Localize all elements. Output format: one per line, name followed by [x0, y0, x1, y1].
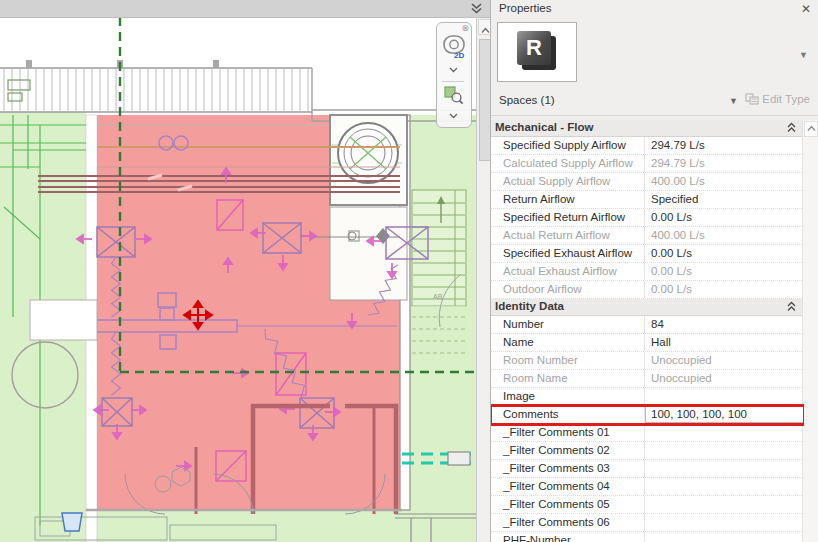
property-label: Comments: [491, 406, 644, 423]
selection-filter[interactable]: Spaces (1): [499, 94, 555, 106]
property-value: 0.00 L/s: [644, 263, 804, 280]
property-row: Room NumberUnoccupied: [491, 352, 804, 370]
zoom-tool-icon[interactable]: [444, 85, 464, 105]
property-grid: Mechanical - FlowSpecified Supply Airflo…: [491, 120, 804, 542]
stair-run-label: AB: [433, 293, 443, 300]
property-value[interactable]: [644, 442, 804, 459]
selected-space-hall[interactable]: [97, 115, 330, 510]
scrollbar-thumb[interactable]: [479, 39, 490, 161]
zoom-menu-chevron-icon[interactable]: [449, 113, 458, 119]
property-row: _Filter Comments 02: [491, 442, 804, 460]
wheel-menu-chevron-icon[interactable]: [449, 67, 458, 73]
property-row: Number84: [491, 316, 804, 334]
property-value: 0.00 L/s: [644, 281, 804, 298]
property-label: Name: [491, 334, 644, 351]
section-header[interactable]: Identity Data: [491, 299, 804, 316]
property-value[interactable]: [644, 460, 804, 477]
property-label: Room Name: [491, 370, 644, 387]
property-value[interactable]: 294.79 L/s: [644, 137, 804, 154]
property-value[interactable]: 84: [644, 316, 804, 333]
property-label: _Filter Comments 04: [491, 478, 644, 495]
property-value[interactable]: Specified: [644, 191, 804, 208]
revit-logo-icon: R: [515, 29, 559, 73]
property-value[interactable]: 100, 100, 100, 100: [644, 406, 804, 423]
property-label: _Filter Comments 03: [491, 460, 644, 477]
navigation-bar: ⊗ 2D: [436, 22, 472, 128]
property-label: Specified Return Airflow: [491, 209, 644, 226]
property-label: Outdoor Airflow: [491, 281, 644, 298]
property-row: _Filter Comments 04: [491, 478, 804, 496]
property-value: 400.00 L/s: [644, 227, 804, 244]
floor-plan: AB: [0, 17, 476, 542]
property-row: Specified Supply Airflow294.79 L/s: [491, 137, 804, 155]
property-row: Actual Supply Airflow400.00 L/s: [491, 173, 804, 191]
drawing-viewport[interactable]: AB: [0, 0, 490, 542]
property-value[interactable]: 0.00 L/s: [644, 245, 804, 262]
property-value[interactable]: [644, 388, 804, 405]
collapse-icon[interactable]: [787, 122, 796, 135]
property-value[interactable]: Hall: [644, 334, 804, 351]
collapse-icon[interactable]: [787, 301, 796, 314]
property-row: Actual Exhaust Airflow0.00 L/s: [491, 263, 804, 281]
property-label: Actual Return Airflow: [491, 227, 644, 244]
property-label: Return Airflow: [491, 191, 644, 208]
property-label: _Filter Comments 06: [491, 514, 644, 531]
property-value[interactable]: [644, 424, 804, 441]
property-row: _Filter Comments 06: [491, 514, 804, 532]
panel-title: Properties: [499, 2, 551, 14]
collapse-down-icon[interactable]: [471, 3, 482, 14]
property-row: Outdoor Airflow0.00 L/s: [491, 281, 804, 299]
scroll-up-button[interactable]: [478, 19, 490, 35]
property-value: Unoccupied: [644, 352, 804, 369]
property-value: 400.00 L/s: [644, 173, 804, 190]
property-row: Actual Return Airflow400.00 L/s: [491, 227, 804, 245]
properties-panel: Properties ✕ R ▼ Spaces (1) ▼ Edit Type …: [490, 0, 818, 542]
property-row: _Filter Comments 03: [491, 460, 804, 478]
property-row: Room NameUnoccupied: [491, 370, 804, 388]
space-bottom[interactable]: [86, 510, 402, 542]
property-row: NameHall: [491, 334, 804, 352]
property-label: Calculated Supply Airflow: [491, 155, 644, 172]
close-icon[interactable]: ✕: [801, 2, 811, 16]
property-value[interactable]: [644, 478, 804, 495]
property-value[interactable]: [644, 514, 804, 531]
type-selector-preview[interactable]: R: [497, 22, 577, 82]
navbar-divider: [442, 81, 464, 82]
property-label: Image: [491, 388, 644, 405]
section-header[interactable]: Mechanical - Flow: [491, 120, 804, 137]
selected-space-hall-lower[interactable]: [330, 283, 402, 510]
scroll-up-button[interactable]: [804, 121, 818, 137]
property-row: Comments100, 100, 100, 100: [491, 406, 804, 424]
property-label: _Filter Comments 01: [491, 424, 644, 441]
property-row: _Filter Comments 01: [491, 424, 804, 442]
property-row: Return AirflowSpecified: [491, 191, 804, 209]
property-label: Specified Exhaust Airflow: [491, 245, 644, 262]
panel-scrollbar[interactable]: [802, 120, 818, 542]
edit-type-icon: [745, 93, 759, 105]
property-value[interactable]: [644, 532, 804, 542]
property-label: Room Number: [491, 352, 644, 369]
property-label: _Filter Comments 05: [491, 496, 644, 513]
property-label: Actual Exhaust Airflow: [491, 263, 644, 280]
property-value[interactable]: 0.00 L/s: [644, 209, 804, 226]
panel-header: Properties ✕: [491, 0, 818, 18]
selection-chevron-icon[interactable]: ▼: [729, 96, 738, 106]
property-row: Specified Exhaust Airflow0.00 L/s: [491, 245, 804, 263]
stairs: AB: [412, 190, 466, 358]
revit-window: { "panel": { "title": "Properties", "clo…: [0, 0, 818, 542]
element-selector-row: Spaces (1) ▼ Edit Type: [491, 90, 818, 116]
navbar-close-icon[interactable]: ⊗: [461, 24, 469, 33]
property-value: Unoccupied: [644, 370, 804, 387]
property-row: Image: [491, 388, 804, 406]
edit-type-button[interactable]: Edit Type: [745, 93, 810, 105]
drawing-scrollbar[interactable]: [476, 17, 490, 542]
property-label: PHF-Number: [491, 532, 644, 542]
wheel-2d-label: 2D: [454, 51, 464, 60]
property-row: PHF-Number: [491, 532, 804, 542]
property-row: _Filter Comments 05: [491, 496, 804, 514]
property-value[interactable]: [644, 496, 804, 513]
type-selector-chevron-icon[interactable]: ▼: [799, 50, 808, 60]
property-label: Actual Supply Airflow: [491, 173, 644, 190]
property-row: Calculated Supply Airflow294.79 L/s: [491, 155, 804, 173]
view-top-bar[interactable]: [0, 0, 490, 18]
